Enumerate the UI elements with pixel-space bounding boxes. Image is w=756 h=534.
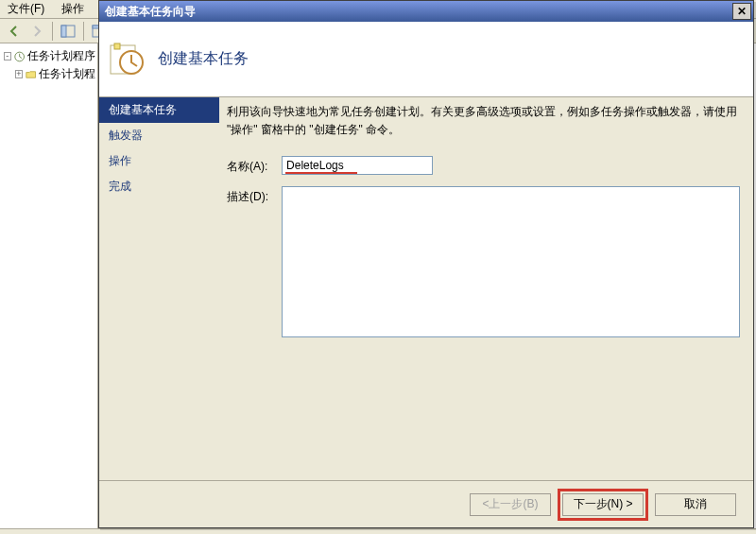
collapse-icon[interactable]: - [4, 52, 11, 60]
step-finish[interactable]: 完成 [99, 174, 219, 199]
step-trigger[interactable]: 触发器 [99, 123, 219, 148]
status-bar [0, 528, 756, 534]
wizard-help-text: 利用该向导快速地为常见任务创建计划。有关更多高级选项或设置，例如多任务操作或触发… [227, 103, 740, 139]
clock-icon [14, 50, 25, 63]
name-input[interactable] [282, 156, 433, 175]
menu-file[interactable]: 文件(F) [4, 0, 48, 19]
description-input[interactable] [282, 186, 740, 337]
toolbar-separator [52, 22, 53, 41]
tree-pane: - 任务计划程序 + 任务计划程 [0, 43, 98, 528]
task-icon [109, 42, 145, 78]
svg-rect-1 [61, 26, 66, 37]
wizard-title: 创建基本任务向导 [105, 4, 196, 20]
folder-icon [26, 68, 36, 81]
next-button[interactable]: 下一步(N) > [562, 493, 644, 516]
tree-root[interactable]: - 任务计划程序 [2, 47, 95, 65]
expand-icon[interactable]: + [15, 70, 23, 78]
wizard-button-bar: <上一步(B) 下一步(N) > 取消 [99, 480, 753, 527]
wizard-titlebar: 创建基本任务向导 ✕ [99, 1, 753, 22]
toolbar-separator [83, 22, 84, 41]
toolbar-forward-icon[interactable] [26, 21, 47, 42]
tree-child[interactable]: + 任务计划程 [2, 65, 95, 83]
wizard-banner-title: 创建基本任务 [158, 49, 249, 69]
menu-action[interactable]: 操作 [58, 0, 88, 19]
description-label: 描述(D): [227, 186, 282, 205]
toolbar-panel-icon[interactable] [58, 21, 78, 42]
close-icon[interactable]: ✕ [732, 3, 751, 20]
toolbar-back-icon[interactable] [4, 21, 25, 42]
cancel-button[interactable]: 取消 [655, 493, 736, 516]
step-create[interactable]: 创建基本任务 [99, 97, 219, 123]
wizard-banner: 创建基本任务 [99, 22, 753, 97]
tree-root-label: 任务计划程序 [27, 48, 95, 64]
back-button: <上一步(B) [470, 493, 551, 516]
wizard-form: 利用该向导快速地为常见任务创建计划。有关更多高级选项或设置，例如多任务操作或触发… [219, 97, 753, 480]
step-action[interactable]: 操作 [99, 148, 219, 174]
tree-child-label: 任务计划程 [39, 66, 95, 82]
svg-rect-7 [114, 43, 120, 49]
wizard-steps: 创建基本任务 触发器 操作 完成 [99, 97, 219, 480]
name-label: 名称(A): [227, 156, 282, 175]
wizard-dialog: 创建基本任务向导 ✕ 创建基本任务 创建基本任务 触发器 操作 完成 利用该向导… [98, 0, 754, 528]
